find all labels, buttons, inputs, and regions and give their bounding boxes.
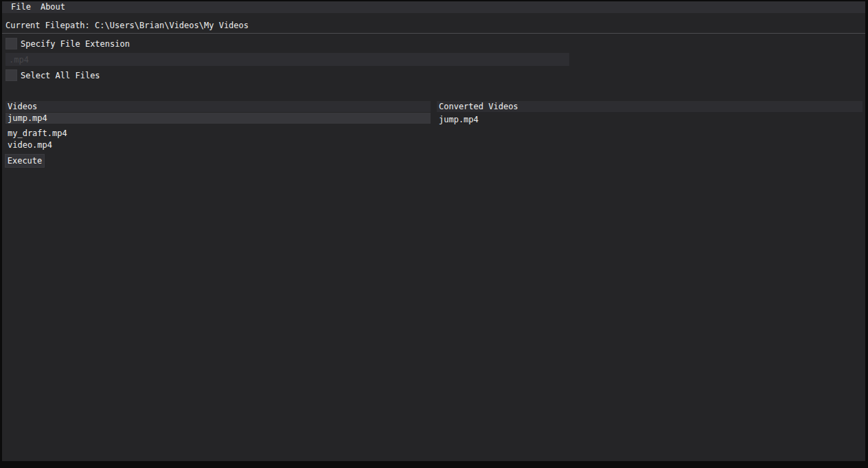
- current-filepath-label: Current Filepath: C:\Users\Brian\Videos\…: [5, 20, 249, 31]
- specify-extension-label: Specify File Extension: [21, 38, 130, 49]
- videos-list: Videos jump.mp4 my_draft.mp4 video.mp4: [5, 101, 431, 151]
- converted-videos-list-item[interactable]: jump.mp4: [437, 114, 863, 125]
- main-content: Current Filepath: C:\Users\Brian\Videos\…: [2, 13, 865, 461]
- menu-file[interactable]: File: [6, 1, 36, 13]
- select-all-files-checkbox[interactable]: [5, 69, 17, 81]
- app-window: File About Current Filepath: C:\Users\Br…: [0, 0, 868, 468]
- extension-input[interactable]: [5, 53, 569, 66]
- menu-about[interactable]: About: [36, 1, 70, 13]
- videos-list-item[interactable]: video.mp4: [5, 140, 431, 151]
- videos-list-item[interactable]: jump.mp4: [5, 113, 431, 124]
- converted-videos-list-header: Converted Videos: [437, 101, 863, 112]
- horizontal-separator: [2, 33, 865, 34]
- select-all-files-label: Select All Files: [21, 70, 100, 81]
- execute-button[interactable]: Execute: [5, 154, 45, 168]
- videos-list-header: Videos: [5, 101, 431, 112]
- videos-list-item[interactable]: my_draft.mp4: [5, 128, 431, 139]
- converted-videos-list: Converted Videos jump.mp4: [437, 101, 863, 125]
- menu-bar: File About: [2, 1, 865, 13]
- specify-extension-checkbox[interactable]: [5, 38, 17, 49]
